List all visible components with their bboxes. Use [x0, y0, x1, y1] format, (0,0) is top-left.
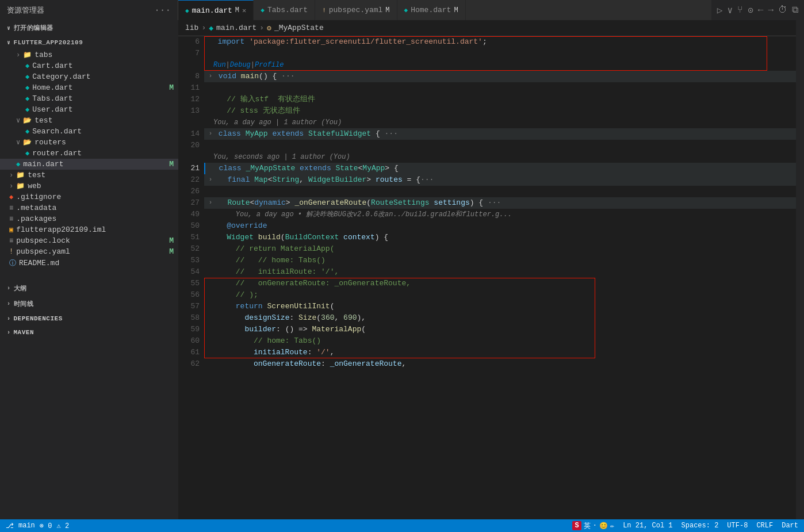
info-icon: ⓘ — [9, 258, 16, 268]
timeline-header[interactable]: › 时间线 — [0, 296, 178, 312]
tab-label: Tabs.dart — [267, 6, 308, 14]
sidebar-item-search[interactable]: ◆ Search.dart — [0, 126, 178, 137]
code-area[interactable]: import 'package:flutter_screenutil/flutt… — [204, 36, 796, 519]
open-editors-header[interactable]: ∨ 打开的编辑器 — [0, 20, 178, 36]
line-num-49: 49 — [183, 209, 200, 220]
encoding-info[interactable]: UTF-8 — [727, 522, 748, 530]
line-num-13: 13 — [183, 105, 200, 117]
line-ending-info[interactable]: CRLF — [756, 522, 773, 530]
language-mode[interactable]: Dart — [782, 522, 798, 530]
warning-file-icon: ! — [322, 7, 326, 14]
editor-area: lib › ◆ main.dart › ⚙ _MyAppState 6 7 · … — [178, 20, 796, 519]
sidebar-item-tabs-folder[interactable]: › 📁 tabs — [0, 49, 178, 60]
state-type: State — [336, 163, 358, 174]
forward-icon[interactable]: → — [768, 5, 774, 16]
editor-content[interactable]: 6 7 · 8 11 12 13 · 14 20 · 21 22 26 27 4… — [178, 36, 796, 519]
maven-chevron: › — [7, 330, 11, 336]
myapp-generic: MyApp — [362, 163, 385, 174]
git-icon[interactable]: ⑂ — [737, 5, 743, 16]
tab-home-dart[interactable]: ◆ Home.dart M — [397, 0, 466, 20]
code-line-52: // return MaterialApp( — [204, 243, 796, 255]
maven-header[interactable]: › MAVEN — [0, 326, 178, 339]
sidebar-item-routers[interactable]: ∨ 📂 routers — [0, 137, 178, 148]
run-dropdown-icon[interactable]: ∨ — [728, 5, 733, 16]
sidebar-item-home[interactable]: ◆ Home.dart M — [0, 82, 178, 93]
breadcrumb-state-icon: ⚙ — [267, 24, 271, 33]
warning-count[interactable]: ⚠ 2 — [56, 522, 69, 530]
tab-modified-badge: M — [385, 6, 389, 14]
code-line-60: // home: Tabs() — [204, 335, 796, 347]
explorer-header[interactable]: ∨ FLUTTER_APP202109 — [0, 36, 178, 49]
code-line-55: // onGenerateRoute: _onGenerateRoute, — [204, 278, 796, 289]
status-bar: ⎇ main ⊗ 0 ⚠ 2 S 英 · 😊 ✏ Ln 21, Col 1 Sp… — [0, 519, 804, 532]
line-num-50: 50 — [183, 220, 200, 232]
line-numbers: 6 7 · 8 11 12 13 · 14 20 · 21 22 26 27 4… — [178, 36, 204, 519]
close-tab-icon[interactable]: ✕ — [242, 6, 246, 15]
ime-box[interactable]: S 英 · 😊 ✏ — [572, 521, 614, 531]
git-icon: ◆ — [9, 193, 13, 201]
sidebar-item-label: web — [28, 182, 41, 190]
explorer-menu[interactable]: ··· — [154, 5, 171, 16]
sidebar-item-gitignore[interactable]: ◆ .gitignore — [0, 192, 178, 202]
clock-icon[interactable]: ⏱ — [778, 5, 787, 16]
settings-var: settings — [434, 197, 469, 209]
back-icon[interactable]: ← — [758, 5, 764, 16]
iml-icon: ▣ — [9, 225, 13, 234]
sidebar-item-main-dart[interactable]: ◆ main.dart M — [0, 159, 178, 170]
error-count[interactable]: ⊗ 0 — [40, 522, 52, 530]
line-col-info[interactable]: Ln 21, Col 1 — [623, 522, 672, 530]
breadcrumb-main[interactable]: main.dart — [216, 24, 256, 32]
widget-type: Widget — [227, 232, 254, 243]
line-num-55: 55 — [183, 278, 200, 289]
tab-main-dart[interactable]: ◆ main.dart M ✕ — [178, 0, 254, 20]
routesettings-type: RouteSettings — [371, 197, 429, 209]
sidebar-item-pubspec-yaml[interactable]: ! pubspec.yaml M — [0, 246, 178, 257]
sidebar-item-readme[interactable]: ⓘ README.md — [0, 257, 178, 269]
split-editor-icon[interactable]: ⧉ — [792, 5, 798, 16]
breadcrumb-lib: lib — [185, 24, 198, 32]
dependencies-header[interactable]: › DEPENDENCIES — [0, 312, 178, 326]
sidebar-item-category[interactable]: ◆ Category.dart — [0, 71, 178, 82]
sidebar-item-router[interactable]: ◆ router.dart — [0, 148, 178, 159]
tab-tabs-dart[interactable]: ◆ Tabs.dart — [254, 0, 315, 20]
spaces-info[interactable]: Spaces: 2 — [682, 522, 719, 530]
sidebar-item-metadata[interactable]: ≡ .metadata — [0, 202, 178, 213]
sidebar-item-cart[interactable]: ◆ Cart.dart — [0, 60, 178, 71]
sidebar-item-label: Category.dart — [32, 72, 90, 81]
line-num-22: 22 — [183, 174, 200, 186]
sidebar-item-web[interactable]: › 📁 web — [0, 181, 178, 192]
git-modified-badge: M — [169, 160, 174, 169]
sidebar-item-test-top[interactable]: › 📁 test — [0, 170, 178, 181]
sidebar-item-label: .metadata — [16, 204, 56, 212]
dependencies-chevron: › — [7, 316, 11, 322]
string-type: String — [272, 174, 299, 186]
comment-54: // initialRoute: '/', — [236, 266, 339, 278]
minimap-panel — [796, 20, 804, 519]
sidebar-item-label: pubspec.yaml — [16, 247, 70, 256]
code-line-21: class _MyAppState extends State < MyApp … — [204, 163, 796, 174]
sidebar-item-iml[interactable]: ▣ flutterapp202109.iml — [0, 224, 178, 235]
chevron-down-icon: ∨ — [16, 138, 20, 147]
ongenerateroute-fn: _onGenerateRoute — [294, 197, 366, 209]
final-keyword: final — [227, 174, 250, 186]
breadcrumb: lib › ◆ main.dart › ⚙ _MyAppState — [178, 20, 796, 36]
comment-56: // ); — [236, 289, 258, 301]
sidebar-item-user[interactable]: ◆ User.dart — [0, 104, 178, 115]
git-modified-badge: M — [169, 236, 174, 245]
code-line-62: onGenerateRoute : _onGenerateRoute , — [204, 358, 796, 370]
tab-label: Home.dart — [411, 6, 451, 14]
search-icon[interactable]: ⊙ — [748, 5, 753, 16]
breadcrumb-sep2: › — [259, 24, 264, 32]
sidebar-item-test-folder[interactable]: ∨ 📂 test — [0, 115, 178, 126]
breadcrumb-state[interactable]: _MyAppState — [274, 24, 324, 32]
open-editors-label: 打开的编辑器 — [14, 24, 53, 32]
sidebar-item-packages[interactable]: ≡ .packages — [0, 213, 178, 224]
dart-file-icon: ◆ — [404, 6, 408, 14]
outline-header[interactable]: › 大纲 — [0, 281, 178, 296]
sidebar-item-tabs-dart[interactable]: ◆ Tabs.dart — [0, 93, 178, 104]
maven-label: MAVEN — [14, 329, 35, 336]
sidebar-item-pubspec-lock[interactable]: ≡ pubspec.lock M — [0, 235, 178, 246]
run-icon[interactable]: ▷ — [717, 5, 723, 16]
status-right: S 英 · 😊 ✏ Ln 21, Col 1 Spaces: 2 UTF-8 C… — [566, 521, 804, 531]
tab-pubspec-yaml[interactable]: ! pubspec.yaml M — [315, 0, 397, 20]
